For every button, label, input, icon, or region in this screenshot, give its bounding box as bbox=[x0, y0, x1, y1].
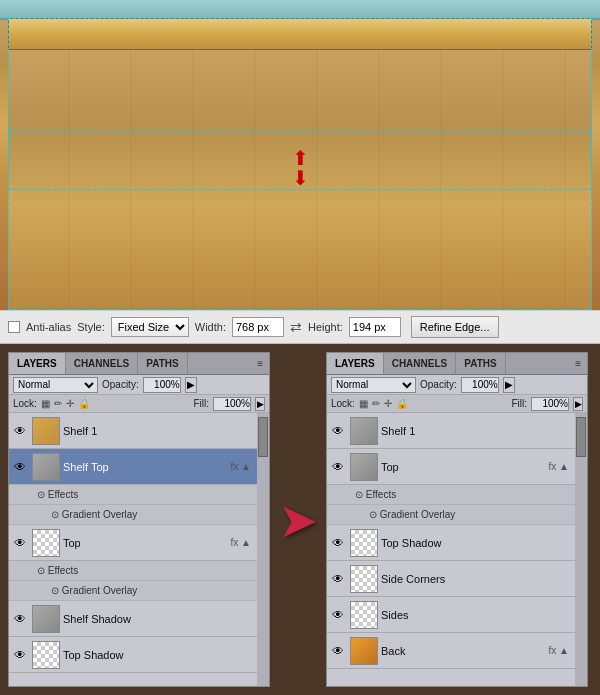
right-thumb-back bbox=[350, 637, 378, 665]
left-layer-top[interactable]: 👁 Top fx ▲ bbox=[9, 525, 257, 561]
left-eye-shelfshadow[interactable]: 👁 bbox=[11, 610, 29, 628]
left-eye-topshadow[interactable]: 👁 bbox=[11, 646, 29, 664]
right-name-back: Back bbox=[381, 645, 546, 657]
right-eye-sides[interactable]: 👁 bbox=[329, 606, 347, 624]
left-scroll-thumb[interactable] bbox=[258, 417, 268, 457]
left-fill-label: Fill: bbox=[193, 398, 209, 409]
right-eye-shelf1[interactable]: 👁 bbox=[329, 422, 347, 440]
left-layers-container: 👁 Shelf 1 👁 Shelf Top fx ▲ ⊙ Eff bbox=[9, 413, 269, 686]
right-tab-layers[interactable]: LAYERS bbox=[327, 353, 384, 374]
right-info-topshadow: Top Shadow bbox=[381, 537, 573, 549]
left-sub-effects2: ⊙ Effects bbox=[9, 561, 257, 581]
left-thumb-topshadow bbox=[32, 641, 60, 669]
left-eye-top[interactable]: 👁 bbox=[11, 534, 29, 552]
left-info-shelfshadow: Shelf Shadow bbox=[63, 613, 255, 625]
move-cursor-icon: ⬆⬇ bbox=[292, 148, 309, 188]
left-tab-channels[interactable]: CHANNELS bbox=[66, 353, 139, 374]
left-thumb-shelftop bbox=[32, 453, 60, 481]
canvas-area: ⬆⬇ bbox=[0, 0, 600, 310]
right-eye-top[interactable]: 👁 bbox=[329, 458, 347, 476]
right-eye-topshadow[interactable]: 👁 bbox=[329, 534, 347, 552]
left-lock-label: Lock: bbox=[13, 398, 37, 409]
left-lock-all[interactable]: 🔒 bbox=[78, 398, 90, 409]
left-layer-shelf1[interactable]: 👁 Shelf 1 bbox=[9, 413, 257, 449]
left-lock-brush[interactable]: ✏ bbox=[54, 398, 62, 409]
right-layer-topshadow[interactable]: 👁 Top Shadow bbox=[327, 525, 575, 561]
right-blend-mode[interactable]: Normal bbox=[331, 377, 416, 393]
right-layer-sidecorners[interactable]: 👁 Side Corners bbox=[327, 561, 575, 597]
refine-edge-button[interactable]: Refine Edge... bbox=[411, 316, 499, 338]
toolbar: Anti-alias Style: Fixed Size Width: ⇄ He… bbox=[0, 310, 600, 344]
right-sub-gradient1: ⊙ Gradient Overlay bbox=[327, 505, 575, 525]
right-sub-effects1: ⊙ Effects bbox=[327, 485, 575, 505]
right-eye-sidecorners[interactable]: 👁 bbox=[329, 570, 347, 588]
left-panel-tabs: LAYERS CHANNELS PATHS ≡ bbox=[9, 353, 269, 375]
left-name-shelftop: Shelf Top bbox=[63, 461, 228, 473]
style-select[interactable]: Fixed Size bbox=[111, 317, 189, 337]
right-opacity-label: Opacity: bbox=[420, 379, 457, 390]
left-fill-input[interactable] bbox=[213, 397, 251, 411]
left-sub-gradient2: ⊙ Gradient Overlay bbox=[9, 581, 257, 601]
left-opacity-input[interactable] bbox=[143, 377, 181, 393]
right-sub-text-gradient1: ⊙ Gradient Overlay bbox=[355, 509, 455, 520]
right-scrollbar[interactable] bbox=[575, 413, 587, 686]
right-layer-back[interactable]: 👁 Back fx ▲ bbox=[327, 633, 575, 669]
left-eye-shelf1[interactable]: 👁 bbox=[11, 422, 29, 440]
left-info-shelftop: Shelf Top bbox=[63, 461, 228, 473]
shelf-top-visual bbox=[8, 18, 592, 50]
anti-alias-label: Anti-alias bbox=[26, 321, 71, 333]
right-fill-input[interactable] bbox=[531, 397, 569, 411]
left-lock-row: Lock: ▦ ✏ ✛ 🔒 Fill: ▶ bbox=[9, 395, 269, 413]
height-input[interactable] bbox=[349, 317, 401, 337]
right-lock-transparent[interactable]: ▦ bbox=[359, 398, 368, 409]
right-eye-back[interactable]: 👁 bbox=[329, 642, 347, 660]
right-tab-paths[interactable]: PATHS bbox=[456, 353, 505, 374]
right-lock-brush[interactable]: ✏ bbox=[372, 398, 380, 409]
left-panel-menu[interactable]: ≡ bbox=[251, 353, 269, 374]
left-blend-mode[interactable]: Normal bbox=[13, 377, 98, 393]
left-fill-arrow[interactable]: ▶ bbox=[255, 397, 265, 411]
right-blend-controls: Normal Opacity: ▶ bbox=[327, 375, 587, 395]
right-lock-label: Lock: bbox=[331, 398, 355, 409]
right-layer-sides[interactable]: 👁 Sides bbox=[327, 597, 575, 633]
left-fx-shelftop: fx ▲ bbox=[231, 461, 251, 472]
right-sub-text-effects1: ⊙ Effects bbox=[355, 489, 396, 500]
transform-arrow: ➤ bbox=[278, 352, 318, 687]
right-thumb-topshadow bbox=[350, 529, 378, 557]
anti-alias-checkbox[interactable] bbox=[8, 321, 20, 333]
left-sub-text-effects2: ⊙ Effects bbox=[37, 565, 78, 576]
right-panel-menu[interactable]: ≡ bbox=[569, 353, 587, 374]
right-lock-all[interactable]: 🔒 bbox=[396, 398, 408, 409]
right-layer-top[interactable]: 👁 Top fx ▲ bbox=[327, 449, 575, 485]
width-input[interactable] bbox=[232, 317, 284, 337]
left-name-topshadow: Top Shadow bbox=[63, 649, 255, 661]
right-name-top: Top bbox=[381, 461, 546, 473]
right-thumb-top bbox=[350, 453, 378, 481]
right-fill-label: Fill: bbox=[511, 398, 527, 409]
right-opacity-arrow[interactable]: ▶ bbox=[503, 377, 515, 393]
left-name-top: Top bbox=[63, 537, 228, 549]
right-tab-channels[interactable]: CHANNELS bbox=[384, 353, 457, 374]
right-layer-shelf1[interactable]: 👁 Shelf 1 bbox=[327, 413, 575, 449]
left-sub-text-gradient1: ⊙ Gradient Overlay bbox=[37, 509, 137, 520]
left-lock-position[interactable]: ✛ bbox=[66, 398, 74, 409]
swap-icon[interactable]: ⇄ bbox=[290, 319, 302, 335]
left-layer-topshadow[interactable]: 👁 Top Shadow bbox=[9, 637, 257, 673]
left-tab-paths[interactable]: PATHS bbox=[138, 353, 187, 374]
right-fx-back: fx ▲ bbox=[549, 645, 569, 656]
left-scrollbar[interactable] bbox=[257, 413, 269, 686]
left-layer-shelfshadow[interactable]: 👁 Shelf Shadow bbox=[9, 601, 257, 637]
right-layers-container: 👁 Shelf 1 👁 Top fx ▲ ⊙ Effects bbox=[327, 413, 587, 686]
right-info-top: Top bbox=[381, 461, 546, 473]
left-eye-shelftop[interactable]: 👁 bbox=[11, 458, 29, 476]
right-scroll-thumb[interactable] bbox=[576, 417, 586, 457]
left-layer-shelftop[interactable]: 👁 Shelf Top fx ▲ bbox=[9, 449, 257, 485]
right-lock-position[interactable]: ✛ bbox=[384, 398, 392, 409]
right-fill-arrow[interactable]: ▶ bbox=[573, 397, 583, 411]
width-label: Width: bbox=[195, 321, 226, 333]
left-tab-layers[interactable]: LAYERS bbox=[9, 353, 66, 374]
left-layers-list: 👁 Shelf 1 👁 Shelf Top fx ▲ ⊙ Eff bbox=[9, 413, 257, 686]
right-opacity-input[interactable] bbox=[461, 377, 499, 393]
left-lock-transparent[interactable]: ▦ bbox=[41, 398, 50, 409]
left-opacity-arrow[interactable]: ▶ bbox=[185, 377, 197, 393]
